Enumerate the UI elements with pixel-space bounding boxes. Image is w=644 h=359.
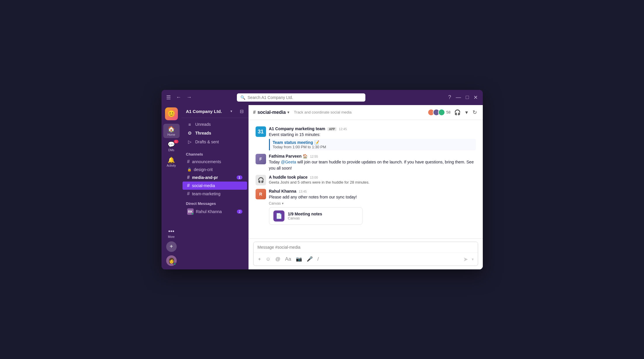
search-bar: 🔍 [237,93,365,102]
input-toolbar: + ☺ @ Aa 📷 🎤 / ➤ ▾ [254,252,478,266]
lock-icon: 🔒 [187,168,192,172]
huddle-body: A huddle took place 13:00 Geeta Joshi an… [269,175,476,184]
sidebar: A1 Company Ltd. ▾ ⊟ ≡ Unreads ⊙ Threads … [181,105,249,269]
channel-name: media-and-pr [192,175,218,180]
member-count[interactable]: 58 [446,110,450,114]
hash-icon: # [187,175,190,180]
user-avatar[interactable]: 👩 [166,255,177,266]
hash-icon: # [187,191,190,196]
huddle-notification: 🎧 A huddle took place 13:00 Geeta Joshi … [253,173,478,187]
channel-design-crit[interactable]: 🔒 design-crit [183,166,247,173]
forward-button[interactable]: → [185,93,194,102]
hash-icon: # [187,183,190,188]
event-card[interactable]: Team status meeting 📝 Today from 1:00 PM… [269,139,476,150]
channel-social-media[interactable]: # social-media [183,182,247,190]
icon-bar: 😊 🏠 Home 💬 DMs 1 🔔 Activity ••• More + [162,105,181,269]
send-options-button[interactable]: ▾ [471,256,475,263]
dm-online-indicator [192,213,194,215]
chat-panel: # social-media ▾ Track and coordinate so… [249,105,483,269]
huddle-desc: Geeta Joshi and 5 others were in the hud… [269,180,476,184]
message-header: Rahul Khanna 13:45 [269,189,476,194]
close-button[interactable]: ✕ [473,94,478,101]
add-workspace-button[interactable]: + [166,241,177,252]
nav-arrows: ← → [174,93,194,102]
huddle-button[interactable]: 🎧 [453,108,462,117]
maximize-button[interactable]: □ [466,94,469,100]
canvas-type: Canvas [288,216,322,220]
canvas-chevron-icon[interactable]: ▾ [282,201,284,205]
sidebar-item-unreads[interactable]: ≡ Unreads [183,120,247,129]
event-title: Team status meeting 📝 [273,140,473,145]
canvas-info: 1/9 Meeting notes Canvas [288,212,322,220]
camera-button[interactable]: 📷 [294,255,304,263]
filter-icon[interactable]: ⊟ [240,109,244,114]
add-attachment-button[interactable]: + [256,255,263,263]
drafts-icon: ▷ [187,139,192,144]
member-avatars[interactable]: 58 [428,109,450,116]
menu-button[interactable]: ☰ [166,94,171,101]
table-row: F Fathima Parveen 🏠 12:55 Today @Geeta w… [253,152,478,173]
header-refresh-button[interactable]: ↻ [471,108,478,117]
messages-area: 31 A1 Company marketing team APP 12:45 E… [249,120,483,238]
mic-button[interactable]: 🎤 [305,255,315,263]
dms-badge: 1 [174,140,178,143]
canvas-label-text: Canvas [269,201,281,205]
message-body: Rahul Khanna 13:45 Please add any other … [269,189,476,225]
channel-name-title[interactable]: social-media [257,110,286,115]
workspace-name[interactable]: A1 Company Ltd. [186,109,222,114]
home-nav-item[interactable]: 🏠 Home [163,124,180,138]
message-input[interactable] [254,242,478,252]
channel-team-marketing[interactable]: # team-marketing [183,190,247,198]
title-bar-left: ☰ ← → [166,93,194,102]
channel-description: Track and coordinate social media [294,110,352,114]
search-icon: 🔍 [240,95,245,100]
threads-label: Threads [195,131,211,135]
huddle-header: A huddle took place 13:00 [269,175,476,180]
sender-name: A1 Company marketing team [269,126,325,131]
app-badge: APP [327,127,336,131]
more-icon: ••• [168,228,174,235]
mention-geeta[interactable]: @Geeta [281,160,296,164]
slash-command-button[interactable]: / [316,255,321,263]
message-time: 12:55 [310,155,318,158]
message-body: Fathima Parveen 🏠 12:55 Today @Geeta wil… [269,154,476,171]
channel-dropdown-icon[interactable]: ▾ [287,110,289,114]
channel-announcements[interactable]: # announcements [183,158,247,166]
help-button[interactable]: ? [448,94,451,100]
channel-name: design-crit [194,167,213,172]
minimize-button[interactable]: — [456,94,461,100]
home-icon: 🏠 [168,126,175,133]
rahul-avatar: R [256,189,266,199]
calendar-date: 31 [258,129,263,134]
mention-button[interactable]: @ [274,255,282,263]
emoji-button[interactable]: ☺ [264,255,272,263]
dms-nav-item[interactable]: 💬 DMs 1 [163,139,180,154]
workspace-chevron-icon: ▾ [230,109,232,113]
app-logo[interactable]: 😊 [165,107,178,120]
canvas-icon-symbol: 📄 [276,213,282,219]
send-button[interactable]: ➤ [462,255,469,264]
sidebar-item-threads[interactable]: ⊙ Threads [183,129,247,137]
more-nav-item[interactable]: ••• More [163,226,180,240]
format-button[interactable]: Aa [283,255,293,263]
search-input[interactable] [248,95,362,100]
add-icon: + [170,243,173,250]
canvas-card[interactable]: 📄 1/9 Meeting notes Canvas [269,207,362,225]
channel-media-and-pr[interactable]: # media-and-pr 1 [183,173,247,182]
activity-label: Activity [167,164,176,167]
huddle-icon: 🎧 [256,175,266,185]
activity-nav-item[interactable]: 🔔 Activity [163,155,180,169]
message-text: Please add any other notes from our sync… [269,194,476,200]
sidebar-nav: ≡ Unreads ⊙ Threads ▷ Drafts & sent [181,118,248,149]
back-button[interactable]: ← [174,93,183,102]
dm-rahul-khanna[interactable]: RK Rahul Khanna 2 [183,207,247,216]
dm-name: Rahul Khanna [196,209,222,214]
app-window: ☰ ← → 🔍 ? — □ ✕ 😊 🏠 Home [162,90,483,269]
sidebar-item-drafts[interactable]: ▷ Drafts & sent [183,137,247,146]
message-text: Today @Geeta will join our team huddle t… [269,159,476,171]
message-text: Event starting in 15 minutes: [269,132,476,138]
home-label: Home [167,133,175,136]
header-chevron-button[interactable]: ▾ [464,108,469,117]
message-time: 13:45 [299,190,307,193]
sender-name: Fathima Parveen 🏠 [269,154,308,158]
